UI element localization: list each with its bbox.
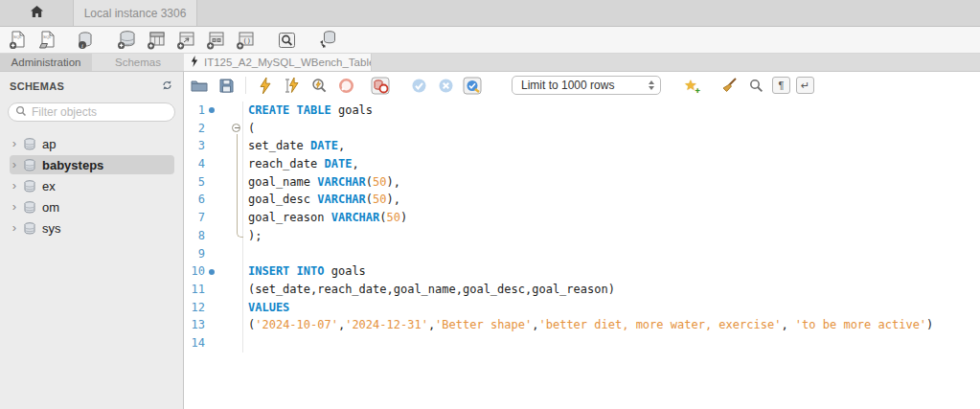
svg-text:i: i <box>81 41 83 48</box>
expand-chevron-icon[interactable]: › <box>10 139 19 148</box>
nav-tabrow: Administration Schemas IT125_A2_MySQL_WB… <box>0 54 980 72</box>
save-script-icon[interactable] <box>216 75 237 96</box>
open-file-icon[interactable] <box>189 75 210 96</box>
create-table-icon[interactable] <box>144 29 169 52</box>
code-text <box>243 245 248 263</box>
expand-chevron-icon[interactable]: › <box>10 181 19 191</box>
beautify-icon[interactable] <box>718 75 740 96</box>
code-line[interactable]: 5goal_name VARCHAR(50), <box>184 173 980 192</box>
execute-current-icon[interactable] <box>282 75 303 96</box>
find-icon[interactable] <box>745 75 766 96</box>
sql-code-editor[interactable]: 1CREATE TABLE goals2(3set_date DATE,4rea… <box>184 99 980 409</box>
token-pl: (set_date,reach_date,goal_name,goal_desc… <box>248 283 615 296</box>
token-pl: goal_desc <box>248 193 317 206</box>
line-number: 14 <box>184 334 205 352</box>
execute-icon[interactable] <box>255 75 276 96</box>
code-text: ( <box>243 120 255 138</box>
new-sql-tab-icon[interactable]: SQL <box>6 29 31 52</box>
schema-item-ap[interactable]: ›ap <box>0 133 183 154</box>
marker-column <box>205 299 230 317</box>
code-line[interactable]: 10INSERT INTO goals <box>184 262 980 281</box>
open-sql-script-icon[interactable]: SQL <box>35 29 60 52</box>
marker-column <box>205 137 230 155</box>
expand-chevron-icon[interactable]: › <box>10 160 19 170</box>
line-number: 8 <box>184 227 205 245</box>
code-line[interactable]: 9 <box>184 245 980 263</box>
commit-icon[interactable] <box>408 75 429 96</box>
code-line[interactable]: 11(set_date,reach_date,goal_name,goal_de… <box>184 281 980 299</box>
tab-schemas[interactable]: Schemas <box>92 54 184 71</box>
line-number: 9 <box>184 245 205 263</box>
token-str: 'to be more active' <box>795 318 926 331</box>
code-text: VALUES <box>243 299 289 317</box>
home-tab[interactable] <box>0 0 73 26</box>
code-text: goal_name VARCHAR(50), <box>243 173 400 192</box>
tab-administration[interactable]: Administration <box>0 54 92 71</box>
reconnect-db-icon[interactable] <box>315 29 340 52</box>
main-toolbar: SQL SQL i () <box>0 27 980 54</box>
limit-rows-dropdown[interactable]: Limit to 1000 rows <box>512 76 661 95</box>
stop-on-error-icon[interactable] <box>370 75 391 96</box>
create-procedure-icon[interactable] <box>203 29 228 52</box>
code-line[interactable]: 4reach_date DATE, <box>184 155 980 173</box>
search-data-icon[interactable] <box>274 29 299 52</box>
connection-tabstrip: Local instance 3306 <box>0 0 980 27</box>
svg-text:SQL: SQL <box>13 34 22 39</box>
refresh-schemas-icon[interactable] <box>161 78 173 95</box>
autocommit-icon[interactable] <box>462 75 483 96</box>
code-line[interactable]: 3set_date DATE, <box>184 137 980 155</box>
filter-objects-box <box>8 102 175 122</box>
code-line[interactable]: 7goal_reason VARCHAR(50) <box>184 209 980 227</box>
tabrow-filler <box>372 54 980 71</box>
code-line[interactable]: 12VALUES <box>184 299 980 317</box>
invisible-chars-icon[interactable]: ¶ <box>772 77 790 94</box>
expand-chevron-icon[interactable]: › <box>10 202 19 212</box>
explain-icon[interactable] <box>308 75 330 96</box>
fold-column <box>230 209 243 227</box>
server-status-icon[interactable]: i <box>73 29 98 52</box>
token-pl: ( <box>379 211 386 224</box>
connection-tab[interactable]: Local instance 3306 <box>73 0 197 26</box>
sql-editor-pane: Limit to 1000 rows ★+ ¶ ↵ 1CREATE TABLE … <box>184 72 980 409</box>
token-pl: ); <box>248 229 262 242</box>
line-number: 13 <box>184 316 205 334</box>
token-pl: set_date <box>248 139 310 152</box>
schema-item-babysteps[interactable]: ›babysteps <box>0 154 183 175</box>
schema-item-om[interactable]: ›om <box>0 196 183 217</box>
fold-column <box>230 334 243 352</box>
toolbar-separator <box>245 77 246 94</box>
code-line[interactable]: 1CREATE TABLE goals <box>184 102 980 120</box>
schema-item-label: ex <box>40 179 56 193</box>
create-function-icon[interactable]: () <box>233 29 258 52</box>
editor-toolbar: Limit to 1000 rows ★+ ¶ ↵ <box>184 72 980 99</box>
code-line[interactable]: 14 <box>184 334 980 352</box>
schema-item-ex[interactable]: ›ex <box>0 175 183 196</box>
fold-column <box>230 262 243 281</box>
code-line[interactable]: 8); <box>184 227 980 245</box>
token-pl: ( <box>248 122 255 135</box>
code-text: goal_reason VARCHAR(50) <box>243 209 407 227</box>
schema-item-sys[interactable]: ›sys <box>0 217 183 239</box>
expand-chevron-icon[interactable]: › <box>10 223 19 233</box>
rollback-icon[interactable] <box>435 75 456 96</box>
code-text: set_date DATE, <box>243 137 345 155</box>
code-line[interactable]: 6goal_desc VARCHAR(50), <box>184 191 980 209</box>
code-line[interactable]: 2( <box>184 120 980 138</box>
line-number: 3 <box>184 137 205 155</box>
code-line[interactable]: 13('2024-10-07','2024-12-31','Better sha… <box>184 316 980 334</box>
stop-icon[interactable] <box>335 75 356 96</box>
filter-objects-input[interactable] <box>32 105 180 119</box>
create-view-icon[interactable] <box>173 29 198 52</box>
wrap-text-icon[interactable]: ↵ <box>796 77 814 94</box>
fold-column <box>230 173 243 192</box>
token-pl: goal_reason <box>248 211 331 224</box>
save-snippet-icon[interactable]: ★+ <box>680 75 701 96</box>
token-pl: ( <box>366 175 373 189</box>
schema-tree: ›ap›babysteps›ex›om›sys <box>0 133 183 239</box>
token-num: 50 <box>373 193 386 206</box>
code-fold-toggle-icon[interactable] <box>230 120 243 138</box>
svg-text:(): () <box>242 37 250 45</box>
tab-sql-editor[interactable]: IT125_A2_MySQL_WBench_Table <box>184 54 372 71</box>
create-schema-icon[interactable] <box>114 29 139 52</box>
token-pl: ), <box>387 175 400 189</box>
